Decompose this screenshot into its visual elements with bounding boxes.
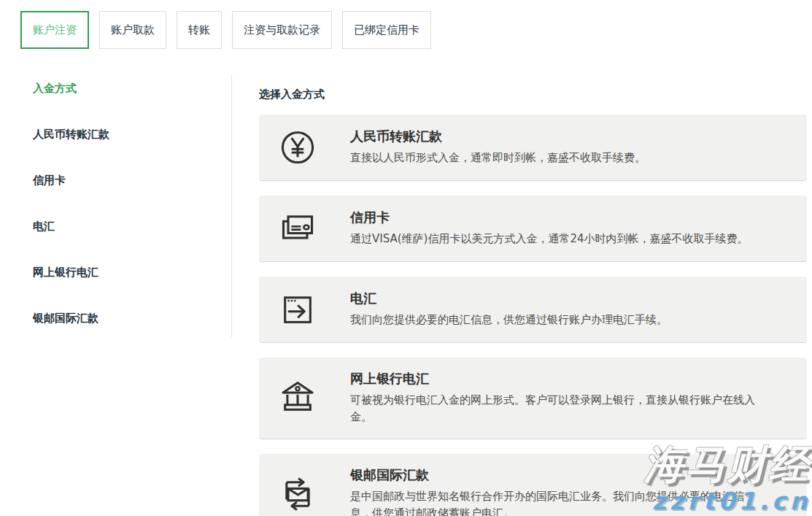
tab-linked-credit-cards[interactable]: 已绑定信用卡 [342, 11, 431, 49]
sidebar-item-online-bank-wire[interactable]: 网上银行电汇 [33, 266, 231, 279]
tab-deposit-withdraw-history[interactable]: 注资与取款记录 [232, 11, 332, 49]
method-description: 通过VISA(维萨)信用卡以美元方式入金，通常24小时内到帐，嘉盛不收取手续费。 [350, 231, 762, 247]
method-card-postal-remittance[interactable]: 银邮国际汇款 是中国邮政与世界知名银行合作开办的国际电汇业务。我们向您提供必要的… [259, 454, 807, 516]
sidebar-item-deposit-methods[interactable]: 入金方式 [33, 82, 231, 95]
method-card-wire-transfer[interactable]: 电汇 我们向您提供必要的电汇信息，供您通过银行账户办理电汇手续。 [259, 277, 807, 343]
tab-bar: 账户注资 账户取款 转账 注资与取款记录 已绑定信用卡 [20, 11, 431, 49]
method-description: 是中国邮政与世界知名银行合作开办的国际电汇业务。我们向您提供必要的电汇信息，供您… [350, 488, 762, 516]
tab-account-withdraw[interactable]: 账户取款 [99, 11, 166, 49]
method-description: 我们向您提供必要的电汇信息，供您通过银行账户办理电汇手续。 [350, 312, 762, 328]
credit-card-icon [277, 208, 318, 249]
tab-transfer[interactable]: 转账 [177, 11, 222, 49]
method-title: 银邮国际汇款 [350, 466, 785, 484]
sidebar-item-wire-transfer[interactable]: 电汇 [33, 220, 231, 233]
sidebar-item-rmb-transfer[interactable]: 人民币转账汇款 [33, 128, 231, 141]
mail-loop-icon [277, 474, 318, 515]
method-title: 网上银行电汇 [350, 370, 785, 388]
browser-arrow-icon [277, 289, 318, 330]
method-card-rmb-transfer[interactable]: 人民币转账汇款 直接以人民币形式入金，通常即时到帐，嘉盛不收取手续费。 [259, 115, 807, 181]
content-area: 入金方式 人民币转账汇款 信用卡 电汇 网上银行电汇 银邮国际汇款 选择入金方式… [0, 72, 812, 516]
method-description: 直接以人民币形式入金，通常即时到帐，嘉盛不收取手续费。 [350, 150, 762, 166]
bank-icon [277, 377, 318, 418]
method-title: 信用卡 [350, 209, 785, 226]
sidebar-item-credit-card[interactable]: 信用卡 [33, 174, 231, 187]
page-title: 选择入金方式 [259, 88, 812, 101]
main-panel: 选择入金方式 人民币转账汇款 直接以人民币形式入金，通常即时到帐，嘉盛不收取手续… [259, 72, 812, 516]
method-card-online-bank-wire[interactable]: 网上银行电汇 可被视为银行电汇入金的网上形式。客户可以登录网上银行，直接从银行账… [259, 358, 807, 439]
method-description: 可被视为银行电汇入金的网上形式。客户可以登录网上银行，直接从银行账户在线入金。 [350, 392, 762, 426]
method-title: 人民币转账汇款 [350, 128, 785, 145]
sidebar-item-postal-remittance[interactable]: 银邮国际汇款 [33, 312, 231, 325]
yuan-circle-icon [277, 127, 318, 168]
method-title: 电汇 [350, 290, 785, 307]
method-card-credit-card[interactable]: 信用卡 通过VISA(维萨)信用卡以美元方式入金，通常24小时内到帐，嘉盛不收取… [259, 196, 807, 262]
sidebar: 入金方式 人民币转账汇款 信用卡 电汇 网上银行电汇 银邮国际汇款 [0, 72, 231, 358]
tab-account-deposit[interactable]: 账户注资 [20, 11, 89, 49]
sidebar-divider [231, 74, 232, 337]
